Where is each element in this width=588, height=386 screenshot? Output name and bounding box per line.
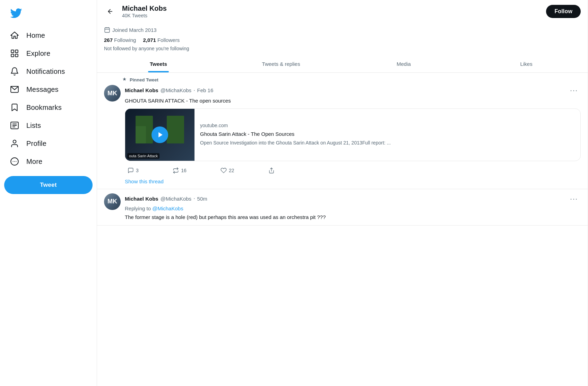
- sidebar-item-bookmarks[interactable]: Bookmarks: [4, 98, 93, 116]
- tweet-display-name-reply: Michael Kobs: [125, 196, 158, 202]
- sidebar-item-profile[interactable]: Profile: [4, 134, 93, 152]
- tabs-row: Tweets Tweets & replies Media Likes: [97, 55, 588, 73]
- svg-rect-0: [11, 50, 14, 53]
- tweet-content: Michael Kobs @MichaKobs · Feb 16 ··· GHO…: [125, 85, 581, 176]
- sidebar-item-messages[interactable]: Messages: [4, 80, 93, 98]
- following-stat[interactable]: 267 Following: [104, 37, 136, 43]
- sidebar-item-label-explore: Explore: [26, 50, 50, 58]
- tweet-header: Michael Kobs @MichaKobs · Feb 16 ···: [125, 85, 581, 96]
- tweet-handle: @MichaKobs: [161, 87, 191, 93]
- tweet-handle-reply: @MichaKobs: [161, 196, 191, 202]
- sidebar-item-home[interactable]: Home: [4, 26, 93, 44]
- followers-label: Followers: [157, 37, 180, 43]
- joined-text: Joined March 2013: [112, 27, 157, 33]
- followers-count: 2,071: [143, 37, 156, 43]
- follow-button[interactable]: Follow: [546, 5, 581, 18]
- tweet-avatar[interactable]: MK: [104, 85, 121, 102]
- tweet-separator-reply: ·: [193, 195, 195, 202]
- share-icon: [268, 167, 275, 174]
- tweet-avatar-reply[interactable]: MK: [104, 193, 121, 210]
- tweet-separator: ·: [193, 87, 195, 94]
- tab-likes[interactable]: Likes: [465, 55, 588, 72]
- retweet-button[interactable]: 16: [170, 165, 189, 176]
- retweet-count: 16: [181, 168, 187, 173]
- sidebar-item-label-profile: Profile: [26, 140, 46, 148]
- tab-replies[interactable]: Tweets & replies: [220, 55, 343, 72]
- share-button[interactable]: [266, 165, 277, 176]
- sidebar-item-label-messages: Messages: [26, 86, 59, 94]
- tweet-date: Feb 16: [197, 87, 214, 93]
- replying-to: Replying to @MichaKobs: [125, 205, 581, 211]
- twitter-logo[interactable]: [4, 3, 93, 25]
- like-button[interactable]: 22: [218, 165, 237, 176]
- followers-stat[interactable]: 2,071 Followers: [143, 37, 180, 43]
- tweet-content-reply: Michael Kobs @MichaKobs · 50m ··· Replyi…: [125, 193, 581, 221]
- sidebar-item-label-more: More: [26, 158, 42, 166]
- tab-media[interactable]: Media: [343, 55, 465, 72]
- sidebar-item-label-bookmarks: Bookmarks: [26, 104, 62, 112]
- svg-rect-15: [105, 28, 110, 33]
- play-button[interactable]: [152, 126, 168, 143]
- retweet-icon: [173, 167, 179, 174]
- profile-top-bar: Michael Kobs 40K Tweets Follow: [97, 0, 588, 23]
- tweet-actions: 3 16 22: [125, 165, 277, 176]
- joined-row: Joined March 2013: [104, 27, 581, 33]
- tweet-feed: Pinned Tweet MK Michael Kobs @MichaKobs …: [97, 73, 588, 226]
- media-thumb-label: outa Sarin Attack: [127, 153, 159, 159]
- deco-shape-2: [174, 126, 184, 143]
- media-thumb-background: outa Sarin Attack: [125, 109, 194, 161]
- sidebar-item-label-lists: Lists: [26, 122, 41, 130]
- reply-button[interactable]: 3: [125, 165, 141, 176]
- tab-tweets[interactable]: Tweets: [97, 55, 220, 72]
- back-button[interactable]: [104, 5, 116, 18]
- deco-shape-1: [136, 126, 146, 143]
- tweet-date-reply: 50m: [197, 196, 207, 202]
- tweet-row: MK Michael Kobs @MichaKobs · Feb 16 ··· …: [104, 85, 581, 176]
- avatar-image-reply: MK: [104, 193, 121, 210]
- profile-display-name: Michael Kobs: [122, 4, 167, 12]
- tweet-more-button[interactable]: ···: [567, 85, 581, 96]
- media-source: youtube.com: [200, 123, 575, 128]
- show-thread-link[interactable]: Show this thread: [104, 178, 164, 184]
- replying-to-handle[interactable]: @MichaKobs: [152, 205, 183, 211]
- avatar-image: MK: [104, 85, 121, 102]
- mail-icon: [10, 85, 19, 94]
- media-card[interactable]: outa Sarin Attack youtube.com Ghouta Sar…: [125, 108, 581, 161]
- home-icon: [10, 30, 19, 40]
- svg-point-11: [13, 161, 14, 162]
- twitter-bird-icon: [10, 7, 22, 19]
- sidebar-item-label-home: Home: [26, 32, 45, 40]
- svg-point-9: [13, 140, 16, 143]
- profile-tweets-count: 40K Tweets: [122, 13, 167, 18]
- sidebar-nav: Home Explore Notifications Messages: [4, 26, 93, 170]
- profile-info: Joined March 2013 267 Following 2,071 Fo…: [97, 23, 588, 51]
- tweet-header-reply: Michael Kobs @MichaKobs · 50m ···: [125, 193, 581, 204]
- user-icon: [10, 139, 19, 148]
- main-content: Michael Kobs 40K Tweets Follow Joined Ma…: [97, 0, 588, 386]
- tweet-user-reply: Michael Kobs @MichaKobs · 50m: [125, 195, 207, 202]
- tweet-text: GHOUTA SARIN ATTACK - The open sources: [125, 97, 581, 105]
- sidebar-item-lists[interactable]: Lists: [4, 116, 93, 134]
- tweet-button[interactable]: Tweet: [4, 176, 93, 194]
- tweet-row-reply: MK Michael Kobs @MichaKobs · 50m ··· Rep…: [104, 193, 581, 221]
- media-title: Ghouta Sarin Attack - The Open Sources: [200, 130, 575, 138]
- tweet-more-button-reply[interactable]: ···: [567, 193, 581, 204]
- heart-icon: [220, 167, 227, 174]
- bell-icon: [10, 67, 19, 76]
- sidebar-item-explore[interactable]: Explore: [4, 44, 93, 62]
- svg-point-12: [14, 161, 15, 162]
- svg-rect-1: [15, 50, 18, 53]
- tweet-item: Pinned Tweet MK Michael Kobs @MichaKobs …: [97, 73, 588, 189]
- pinned-text: Pinned Tweet: [130, 77, 158, 82]
- sidebar: Home Explore Notifications Messages: [0, 0, 97, 386]
- reply-count: 3: [136, 168, 139, 173]
- stats-row: 267 Following 2,071 Followers: [104, 37, 581, 43]
- following-count: 267: [104, 37, 113, 43]
- sidebar-item-notifications[interactable]: Notifications: [4, 62, 93, 80]
- bookmark-icon: [10, 103, 19, 112]
- svg-rect-2: [11, 54, 14, 57]
- sidebar-item-more[interactable]: More: [4, 152, 93, 170]
- profile-top-left: Michael Kobs 40K Tweets: [104, 4, 167, 18]
- like-count: 22: [229, 168, 234, 173]
- more-circle-icon: [10, 157, 19, 166]
